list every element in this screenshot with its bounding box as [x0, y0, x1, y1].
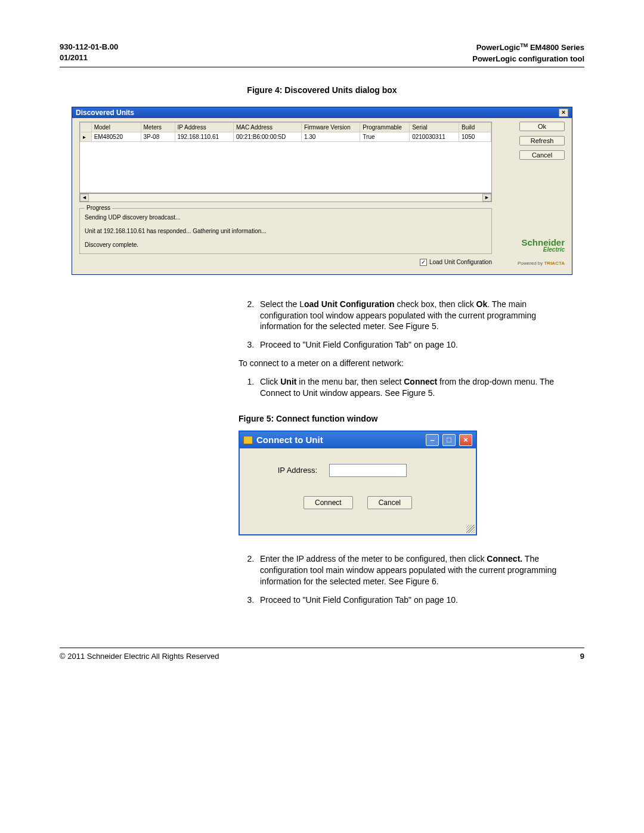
load-unit-config-checkbox[interactable]: ✓: [420, 259, 427, 266]
figure4-caption: Figure 4: Discovered Units dialog box: [60, 85, 584, 95]
close-icon[interactable]: ×: [559, 109, 568, 117]
progress-legend: Progress: [85, 205, 112, 211]
cell-meters: 3P-08: [141, 132, 175, 141]
figure5-caption: Figure 5: Connect function window: [60, 414, 584, 423]
resize-grip-icon[interactable]: [466, 525, 475, 533]
units-grid[interactable]: Model Meters IP Address MAC Address Firm…: [79, 122, 492, 193]
paragraph: To connect to a meter on a different net…: [239, 358, 572, 369]
step-1b: Click Unit in the menu bar, then select …: [256, 376, 572, 399]
col-meters[interactable]: Meters: [141, 122, 175, 132]
schneider-logo: Schneider Electric: [521, 239, 565, 252]
scroll-right-icon[interactable]: ►: [482, 194, 491, 202]
col-selector: [80, 122, 92, 132]
ip-address-label: IP Address:: [264, 466, 317, 475]
progress-panel: Progress Sending UDP discovery broadcast…: [79, 208, 492, 254]
col-build[interactable]: Build: [459, 122, 491, 132]
app-icon: [243, 436, 253, 444]
page-footer: © 2011 Schneider Electric All Rights Res…: [60, 648, 584, 661]
triacta-credit: Powered by TRIACTA: [518, 261, 565, 266]
discovered-units-dialog: Discovered Units × Model Meters IP Addre…: [72, 107, 572, 275]
cell-ip: 192.168.110.61: [175, 132, 233, 141]
dialog-titlebar[interactable]: Discovered Units ×: [72, 107, 572, 118]
doc-date: 01/2011: [60, 52, 118, 63]
step-2: Select the Load Unit Configuration check…: [256, 299, 572, 333]
col-mac[interactable]: MAC Address: [233, 122, 301, 132]
col-model[interactable]: Model: [91, 122, 141, 132]
table-row[interactable]: ▸ EM480520 3P-08 192.168.110.61 00:21:B6…: [80, 132, 491, 141]
scroll-track[interactable]: [89, 194, 482, 202]
dialog2-title-text: Connect to Unit: [256, 435, 323, 445]
maximize-icon[interactable]: □: [442, 434, 456, 446]
header-right: PowerLogicTM EM4800 Series PowerLogic co…: [472, 42, 584, 64]
load-unit-config-label: Load Unit Configuration: [429, 259, 492, 265]
grid-header-row: Model Meters IP Address MAC Address Firm…: [80, 122, 491, 132]
page-number: 9: [580, 652, 584, 661]
cell-firmware: 1.30: [301, 132, 360, 141]
body-text-1: Select the Load Unit Configuration check…: [239, 299, 572, 399]
step-3: Proceed to "Unit Field Configuration Tab…: [256, 339, 572, 351]
scroll-left-icon[interactable]: ◄: [80, 194, 89, 202]
step-3c: Proceed to "Unit Field Configuration Tab…: [256, 594, 572, 606]
doc-series: PowerLogicTM EM4800 Series: [472, 42, 584, 54]
horizontal-scrollbar[interactable]: ◄ ►: [79, 193, 492, 202]
step-2c: Enter the IP address of the meter to be …: [256, 553, 572, 587]
cancel-button[interactable]: Cancel: [367, 496, 412, 509]
col-serial[interactable]: Serial: [410, 122, 459, 132]
dialog2-titlebar[interactable]: Connect to Unit – □ ×: [240, 432, 476, 448]
cell-model: EM480520: [91, 132, 141, 141]
dialog-title-text: Discovered Units: [76, 109, 134, 117]
col-ip[interactable]: IP Address: [175, 122, 233, 132]
copyright: © 2011 Schneider Electric All Rights Res…: [60, 652, 219, 661]
col-firmware[interactable]: Firmware Version: [301, 122, 360, 132]
row-selector-icon[interactable]: ▸: [80, 132, 92, 141]
cell-mac: 00:21:B6:00:00:5D: [233, 132, 301, 141]
progress-line: Sending UDP discovery broadcast...: [85, 214, 487, 221]
cancel-button[interactable]: Cancel: [519, 150, 565, 160]
doc-subtitle: PowerLogic configuration tool: [472, 54, 584, 64]
header-left: 930-112-01-B.00 01/2011: [60, 42, 118, 64]
progress-line: Discovery complete.: [85, 241, 487, 248]
cell-programmable: True: [360, 132, 410, 141]
cell-serial: 0210030311: [410, 132, 459, 141]
minimize-icon[interactable]: –: [426, 434, 439, 446]
ip-address-input[interactable]: [329, 464, 407, 477]
body-text-2: Enter the IP address of the meter to be …: [239, 553, 572, 606]
cell-build: 1050: [459, 132, 491, 141]
doc-number: 930-112-01-B.00: [60, 42, 118, 52]
progress-line: Unit at 192.168.110.61 has responded... …: [85, 228, 487, 234]
close-icon[interactable]: ×: [459, 434, 472, 446]
connect-to-unit-dialog: Connect to Unit – □ × IP Address: Connec…: [239, 431, 477, 535]
grid-empty-area: [80, 142, 491, 193]
connect-button[interactable]: Connect: [304, 496, 353, 509]
ok-button[interactable]: Ok: [519, 122, 565, 131]
col-programmable[interactable]: Programmable: [360, 122, 410, 132]
refresh-button[interactable]: Refresh: [519, 136, 565, 145]
page-header: 930-112-01-B.00 01/2011 PowerLogicTM EM4…: [60, 42, 584, 67]
